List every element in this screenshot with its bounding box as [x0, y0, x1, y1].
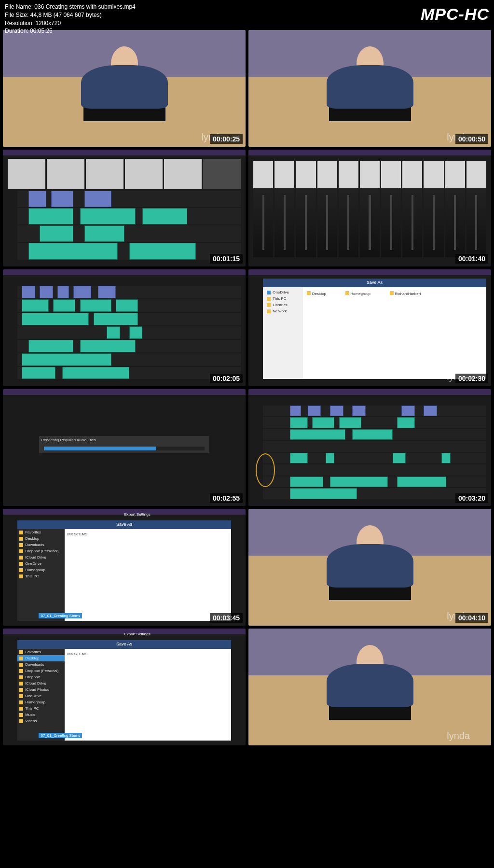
dialog-title: Save As [17, 640, 231, 649]
thumbnail[interactable]: Export Settings Save As Favorites Deskto… [3, 629, 246, 745]
window-titlebar [248, 389, 491, 395]
dialog-content: Desktop Homegroup RichardHarbert [303, 287, 486, 379]
timestamp: 00:03:45 [210, 613, 243, 623]
laptop-icon [329, 571, 411, 600]
thumbnail[interactable]: lynda 00:00:25 [3, 30, 246, 147]
timeline [17, 191, 241, 260]
file-name-value: 036 Creating stems with submixes.mp4 [34, 3, 135, 10]
file-size-label: File Size: [5, 12, 28, 18]
timestamp: 00:03:20 [455, 493, 488, 503]
sidebar-item[interactable]: Network [273, 309, 287, 313]
window-titlebar: Export Settings [3, 509, 246, 515]
thumbnail[interactable]: lynda 00:00:50 [248, 30, 491, 147]
file-info-block: File Name: 036 Creating stems with submi… [5, 3, 136, 35]
window-titlebar [248, 150, 491, 155]
filename-input[interactable]: 07_01_Creating Stems [39, 733, 82, 738]
resolution-label: Resolution: [5, 20, 34, 27]
timestamp: 00:01:15 [210, 254, 243, 264]
duration-label: Duration: [5, 28, 28, 34]
duration-value: 00:05:25 [30, 28, 53, 34]
save-as-dialog: Save As Favorites Desktop Downloads Drop… [17, 640, 231, 741]
timestamp: 00:01:40 [455, 254, 488, 264]
window-titlebar [3, 389, 246, 395]
file-name-label: File Name: [5, 3, 33, 10]
dialog-sidebar: OneDrive This PC Libraries Network [263, 287, 303, 379]
dialog-title: Save As [263, 279, 486, 287]
window-titlebar: Export Settings [3, 629, 246, 634]
timestamp: 00:04:10 [455, 613, 488, 623]
thumbnail[interactable]: lynda 00:04:10 [248, 509, 491, 626]
laptop-icon [329, 92, 411, 121]
laptop-icon [329, 691, 411, 720]
dialog-content: MX STEMS [65, 529, 231, 621]
watermark: lynda [447, 730, 470, 742]
audio-panel-grid [8, 159, 241, 189]
progress-dialog: Rendering Required Audio Files [39, 436, 209, 453]
sidebar-item[interactable]: This PC [273, 296, 286, 301]
save-as-dialog: Save As Favorites Desktop Downloads Drop… [17, 520, 231, 621]
dialog-title: Save As [17, 520, 231, 529]
thumbnail[interactable]: Export Settings Save As Favorites Deskto… [3, 509, 246, 626]
thumbnail[interactable]: Save As OneDrive This PC Libraries Netwo… [248, 269, 491, 386]
timeline [17, 286, 241, 379]
sidebar-item[interactable]: Libraries [273, 303, 288, 307]
thumbnail[interactable]: 00:01:40 [248, 150, 491, 266]
file-size-value: 44,8 MB (47 064 607 bytes) [30, 12, 102, 18]
dialog-sidebar: Favorites Desktop Downloads Dropbox (Per… [17, 649, 64, 741]
highlight-circle-icon [256, 453, 275, 487]
save-as-dialog: Save As OneDrive This PC Libraries Netwo… [263, 279, 486, 379]
sidebar-item[interactable]: OneDrive [273, 290, 289, 294]
progress-title: Rendering Required Audio Files [39, 436, 209, 444]
dialog-content: MX STEMS [65, 649, 231, 741]
thumbnail[interactable]: 00:01:15 [3, 150, 246, 266]
timestamp: 00:00:25 [210, 134, 243, 144]
window-titlebar [248, 269, 491, 275]
timestamp: 00:00:50 [455, 134, 488, 144]
window-titlebar [3, 269, 246, 275]
timestamp: 00:02:55 [210, 493, 243, 503]
file-info-header: File Name: 036 Creating stems with submi… [0, 0, 494, 29]
thumbnail[interactable]: 00:02:05 [3, 269, 246, 386]
audio-mixer [253, 161, 486, 257]
laptop-icon [83, 92, 165, 121]
thumbnail[interactable]: lynda [248, 629, 491, 745]
timeline [263, 406, 486, 499]
timestamp: 00:02:05 [210, 374, 243, 383]
filename-input[interactable]: 07_01_Creating Stems [39, 613, 82, 618]
progress-bar [44, 447, 204, 450]
timestamp: 00:02:30 [455, 374, 488, 383]
dialog-sidebar: Favorites Desktop Downloads Dropbox (Per… [17, 529, 64, 621]
thumbnail[interactable]: 00:03:20 [248, 389, 491, 506]
app-brand: MPC-HC [421, 3, 489, 26]
resolution-value: 1280x720 [35, 20, 61, 27]
thumbnail-grid: lynda 00:00:25 lynda 00:00:50 00:01:15 [3, 30, 491, 865]
window-titlebar [3, 150, 246, 155]
thumbnail[interactable]: Rendering Required Audio Files 00:02:55 [3, 389, 246, 506]
